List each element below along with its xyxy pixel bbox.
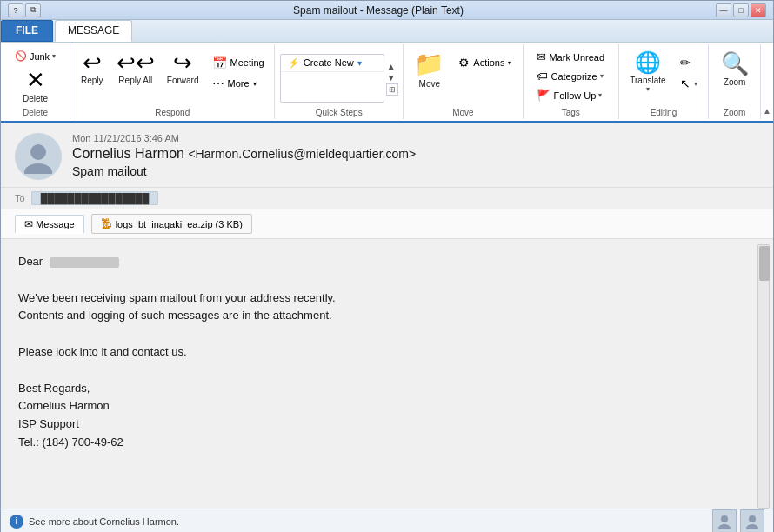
delete-buttons: 🚫 Junk ▾ ✕ Delete: [10, 44, 60, 108]
forward-icon: ↪: [173, 50, 192, 76]
edit-icon: ✏: [680, 56, 691, 70]
zoom-button[interactable]: 🔍 Zoom: [715, 48, 755, 91]
minimize-button[interactable]: —: [716, 3, 731, 17]
svg-point-1: [24, 163, 52, 174]
zoom-group-label: Zoom: [724, 108, 746, 119]
actions-icon: ⚙: [458, 56, 470, 70]
delete-group-label: Delete: [23, 108, 48, 119]
ribbon-group-delete: 🚫 Junk ▾ ✕ Delete Delete: [1, 44, 70, 119]
tags-group-label: Tags: [562, 108, 580, 119]
scroll-thumb[interactable]: [759, 246, 770, 281]
tab-file[interactable]: FILE: [1, 20, 53, 42]
quick-steps-box: ⚡ Create New ▾: [280, 54, 384, 103]
edit-button[interactable]: ✏: [674, 53, 704, 72]
move-icon: 📁: [414, 52, 444, 76]
reply-all-icon: ↩↩: [117, 50, 155, 76]
qs-dropdown[interactable]: ▾: [357, 58, 362, 68]
meeting-button[interactable]: 📅 Meeting: [206, 53, 270, 72]
ribbon-group-editing: 🌐 Translate ▾ ✏ ↖ ▾ Editing: [619, 44, 709, 119]
body-greeting: Dear: [18, 253, 756, 271]
translate-icon: 🌐: [635, 52, 661, 73]
body-line-8: ISP Support: [18, 416, 756, 434]
tags-btn-list: ✉ Mark Unread 🏷 Categorize ▾ 🚩 Follow Up…: [531, 48, 610, 104]
svg-point-5: [746, 524, 758, 529]
junk-button[interactable]: 🚫 Junk ▾: [10, 48, 60, 64]
reply-icon: ↩: [83, 50, 102, 76]
reply-all-button[interactable]: ↩↩ Reply All: [111, 48, 160, 88]
svg-point-4: [749, 515, 756, 522]
body-line-1: We've been receiving spam mailout from y…: [18, 289, 756, 308]
select-button[interactable]: ↖ ▾: [674, 74, 704, 93]
more-button[interactable]: ⋯ More ▾: [206, 74, 270, 93]
svg-point-0: [30, 144, 46, 160]
ribbon: 🚫 Junk ▾ ✕ Delete Delete ↩ Reply: [1, 43, 773, 123]
to-label: To: [15, 193, 25, 203]
categorize-button[interactable]: 🏷 Categorize ▾: [531, 67, 610, 85]
help-button[interactable]: ?: [8, 3, 23, 17]
reply-button[interactable]: ↩ Reply: [75, 48, 110, 88]
qs-scroll-down[interactable]: ▼: [386, 72, 398, 83]
ribbon-tabs: FILE MESSAGE: [1, 20, 773, 43]
create-new-step[interactable]: ⚡ Create New ▾: [281, 55, 384, 72]
title-bar-left: ? ⧉: [8, 3, 41, 17]
move-button[interactable]: 📁 Move: [408, 48, 450, 93]
email-header: Mon 11/21/2016 3:46 AM Cornelius Harmon …: [1, 123, 773, 188]
follow-up-dropdown-arrow[interactable]: ▾: [598, 91, 602, 99]
attachment-file[interactable]: 🗜 logs_bt_inagaki_ea.zip (3 KB): [91, 214, 252, 234]
forward-button[interactable]: ↪ Forward: [162, 48, 204, 88]
quick-steps-group-label: Quick Steps: [316, 108, 363, 119]
window-title: Spam mailout - Message (Plain Text): [41, 4, 716, 17]
sender-email: <Harmon.Cornelius@mieldequartier.com>: [188, 147, 416, 161]
qs-scroll-up[interactable]: ▲: [386, 61, 398, 72]
ribbon-collapse-button[interactable]: ▲: [761, 104, 773, 117]
ribbon-group-move: 📁 Move ⚙ Actions ▾ Move: [404, 44, 524, 119]
lightning-icon: ⚡: [288, 57, 300, 69]
restore-button[interactable]: ⧉: [25, 3, 41, 17]
recipient-redacted: [50, 257, 119, 268]
body-line-2: Contents and logging of such messages ar…: [18, 307, 756, 325]
title-bar: ? ⧉ Spam mailout - Message (Plain Text) …: [1, 1, 773, 20]
email-to-line: To ████████████████: [1, 188, 773, 209]
email-meta: Mon 11/21/2016 3:46 AM Cornelius Harmon …: [72, 133, 759, 180]
close-button[interactable]: ✕: [751, 3, 766, 17]
actions-button[interactable]: ⚙ Actions ▾: [452, 53, 517, 72]
status-avatar-1[interactable]: [712, 509, 737, 533]
junk-dropdown-arrow[interactable]: ▾: [52, 52, 56, 60]
follow-up-button[interactable]: 🚩 Follow Up ▾: [531, 86, 610, 104]
svg-point-2: [721, 515, 728, 522]
editing-buttons: 🌐 Translate ▾ ✏ ↖ ▾: [624, 44, 703, 108]
respond-group-label: Respond: [155, 108, 190, 119]
categorize-dropdown-arrow[interactable]: ▾: [600, 72, 604, 80]
scrollbar[interactable]: [757, 244, 770, 509]
body-line-7: Cornelius Harmon: [18, 397, 756, 416]
actions-dropdown-arrow[interactable]: ▾: [508, 59, 511, 67]
more-icon: ⋯: [212, 76, 224, 90]
quick-steps-buttons: ⚡ Create New ▾ ▲ ▼ ⊞: [280, 44, 398, 108]
mark-unread-button[interactable]: ✉ Mark Unread: [531, 48, 610, 66]
zip-icon: 🗜: [101, 217, 112, 230]
translate-dropdown-arrow[interactable]: ▾: [646, 85, 650, 93]
mark-unread-icon: ✉: [537, 50, 546, 63]
body-line-6: Best Regards,: [18, 380, 756, 398]
delete-button[interactable]: ✕ Delete: [15, 66, 56, 106]
move-group-label: Move: [452, 108, 473, 119]
tab-message[interactable]: MESSAGE: [55, 20, 132, 42]
zoom-icon: 🔍: [721, 52, 749, 75]
body-line-4: Please look into it and contact us.: [18, 343, 756, 362]
message-tab[interactable]: ✉ Message: [15, 215, 84, 234]
respond-small-buttons: 📅 Meeting ⋯ More ▾: [206, 48, 270, 93]
sender-avatar: [15, 133, 62, 180]
window-controls: — □ ✕: [716, 3, 766, 17]
move-buttons: 📁 Move ⚙ Actions ▾: [408, 44, 517, 108]
follow-up-icon: 🚩: [537, 89, 550, 102]
ribbon-group-tags: ✉ Mark Unread 🏷 Categorize ▾ 🚩 Follow Up…: [524, 44, 619, 119]
zoom-buttons: 🔍 Zoom: [715, 44, 755, 108]
ribbon-group-quick-steps: ⚡ Create New ▾ ▲ ▼ ⊞ Quick Steps: [275, 44, 404, 119]
status-text: See more about Cornelius Harmon.: [29, 516, 179, 527]
ribbon-collapse: ▲: [761, 44, 773, 119]
qs-expand[interactable]: ⊞: [386, 83, 398, 96]
translate-button[interactable]: 🌐 Translate ▾: [624, 48, 671, 97]
maximize-button[interactable]: □: [733, 3, 749, 17]
more-dropdown-arrow[interactable]: ▾: [253, 80, 257, 88]
status-avatar-2[interactable]: [740, 509, 764, 533]
